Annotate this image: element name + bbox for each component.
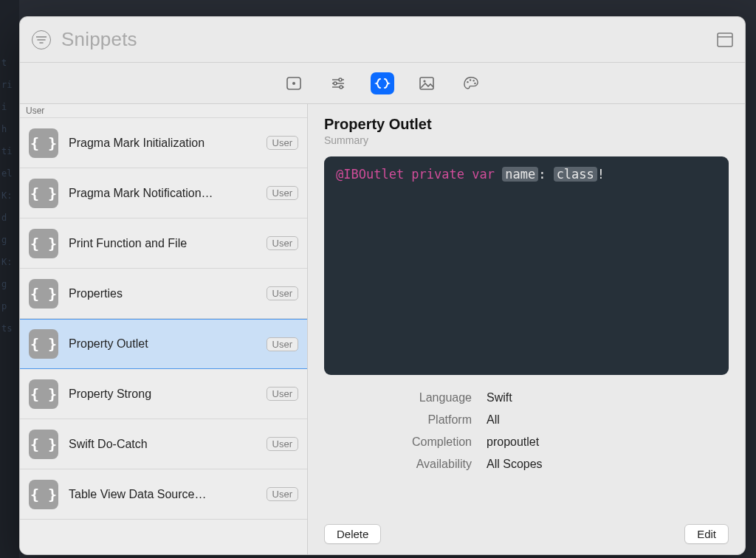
search-input[interactable]: Snippets [61, 28, 137, 51]
category-views-icon[interactable] [282, 72, 306, 94]
braces-icon: { } [29, 128, 58, 158]
list-section-label: User [20, 104, 307, 118]
list-item-label: Swift Do-Catch [69, 438, 256, 451]
list-item-tag: User [267, 387, 298, 401]
window-icon[interactable] [717, 32, 733, 47]
svg-rect-0 [718, 33, 732, 46]
edit-button[interactable]: Edit [684, 524, 729, 544]
panel-body: User { }Pragma Mark InitializationUser{ … [20, 104, 745, 554]
code-separator: : [538, 167, 553, 182]
list-item-tag: User [267, 286, 298, 300]
list-item[interactable]: { }Property OutletUser [20, 319, 307, 369]
svg-point-9 [340, 86, 343, 89]
snippets-panel: Snippets [19, 16, 746, 555]
svg-point-11 [423, 80, 425, 82]
detail-subtitle: Summary [324, 134, 729, 146]
meta-platform-value: All [487, 413, 729, 427]
meta-availability-label: Availability [324, 458, 472, 471]
list-item-label: Properties [69, 287, 256, 300]
code-suffix: ! [597, 167, 605, 182]
code-placeholder-1: name [502, 167, 538, 182]
list-item-tag: User [267, 236, 298, 250]
meta-language-label: Language [324, 391, 472, 404]
braces-icon: { } [29, 379, 58, 409]
code-placeholder-2: class [554, 167, 597, 182]
meta-availability-value: All Scopes [487, 458, 729, 471]
detail-title: Property Outlet [324, 116, 729, 133]
search-header: Snippets [20, 17, 745, 63]
code-preview[interactable]: @IBOutlet private var name: class! [324, 156, 729, 375]
delete-button[interactable]: Delete [324, 524, 381, 544]
snippet-detail-column: Property Outlet Summary @IBOutlet privat… [308, 104, 745, 554]
list-item-label: Pragma Mark Notification… [69, 187, 256, 200]
meta-language-value: Swift [487, 391, 729, 404]
svg-point-7 [339, 78, 342, 81]
list-item-label: Print Function and File [69, 237, 256, 250]
detail-meta: Language Swift Platform All Completion p… [324, 391, 729, 471]
list-item[interactable]: { }PropertiesUser [20, 269, 307, 319]
braces-icon: { } [29, 229, 58, 258]
svg-point-15 [474, 82, 475, 83]
list-item-tag: User [267, 337, 298, 351]
meta-completion-label: Completion [324, 435, 472, 449]
list-item[interactable]: { }Pragma Mark Notification…User [20, 168, 307, 218]
list-item[interactable]: { }Pragma Mark InitializationUser [20, 118, 307, 168]
svg-point-12 [467, 81, 468, 83]
svg-point-3 [292, 82, 295, 85]
snippet-list-column: User { }Pragma Mark InitializationUser{ … [20, 104, 308, 554]
svg-point-13 [470, 79, 471, 80]
list-item-label: Table View Data Source… [69, 488, 256, 501]
list-item[interactable]: { }Swift Do-CatchUser [20, 419, 307, 469]
list-item[interactable]: { }Table View Data Source…User [20, 469, 307, 520]
braces-icon: { } [29, 430, 58, 459]
list-item-tag: User [267, 136, 298, 150]
list-item-tag: User [267, 437, 298, 451]
list-item-tag: User [267, 487, 298, 501]
category-controls-icon[interactable] [326, 72, 350, 94]
list-item[interactable]: { }Property StrongUser [20, 369, 307, 419]
snippet-list[interactable]: { }Pragma Mark InitializationUser{ }Prag… [20, 118, 307, 554]
list-item[interactable]: { }Print Function and FileUser [20, 218, 307, 269]
list-item-label: Pragma Mark Initialization [69, 137, 256, 150]
meta-platform-label: Platform [324, 413, 472, 427]
svg-point-8 [334, 82, 337, 85]
category-media-icon[interactable] [415, 72, 439, 94]
svg-point-14 [472, 80, 474, 81]
braces-icon: { } [29, 329, 58, 359]
braces-icon: { } [29, 480, 58, 509]
code-editor-background: triih tiel K: dg K: gpts [0, 0, 19, 558]
braces-icon: { } [29, 279, 58, 309]
filter-icon[interactable] [32, 30, 51, 49]
list-item-tag: User [267, 186, 298, 200]
list-item-label: Property Strong [69, 388, 256, 401]
detail-actions: Delete Edit [324, 511, 729, 544]
svg-rect-10 [420, 78, 433, 89]
list-item-label: Property Outlet [69, 337, 256, 351]
category-code-icon[interactable] [371, 72, 394, 94]
braces-icon: { } [29, 179, 58, 208]
code-keyword: @IBOutlet private var [336, 167, 495, 182]
meta-completion-value: propoutlet [487, 435, 729, 449]
category-toolbar [20, 63, 745, 104]
category-color-icon[interactable] [459, 72, 483, 94]
